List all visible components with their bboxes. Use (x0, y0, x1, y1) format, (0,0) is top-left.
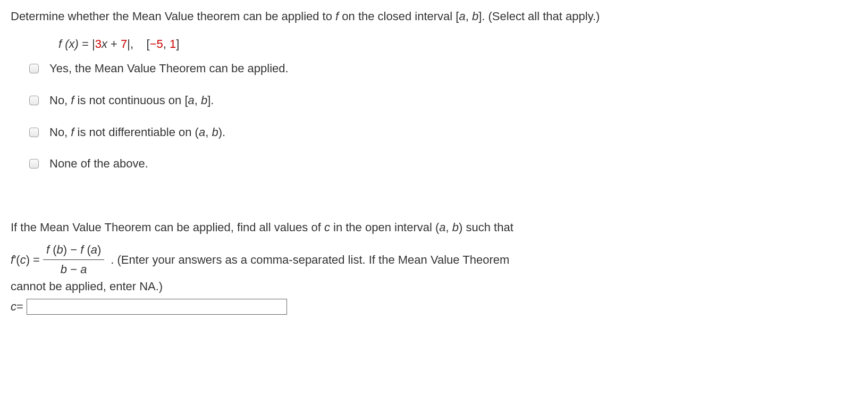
q2-comma: , (446, 221, 452, 234)
answer-label-c: c (11, 298, 16, 315)
fn-var-x: x (102, 37, 107, 51)
fn-equals: = | (82, 37, 95, 51)
fn-lhs: f (x) (58, 37, 82, 51)
num-b: b (57, 243, 63, 256)
checkbox-option-1[interactable] (29, 64, 39, 73)
opt3-var-a: a (199, 125, 205, 139)
opt3-var-b: b (212, 125, 218, 139)
prompt-var-a: a (459, 10, 465, 23)
formula-denominator: b − a (57, 260, 90, 278)
formula-trail-text: . (Enter your answers as a comma-separat… (111, 251, 509, 268)
formula-lhs-c: c (20, 251, 26, 268)
option-label-2: No, f is not continuous on [a, b]. (49, 92, 214, 109)
fn-interval-close: ] (176, 37, 179, 51)
option-label-4: None of the above. (49, 155, 148, 172)
formula-lhs-close: ) = (26, 251, 40, 268)
num-f2: f (80, 243, 87, 256)
fn-abs-close: |, (127, 37, 133, 51)
fn-interval-1: 1 (170, 37, 176, 51)
num-open1: ( (53, 243, 56, 256)
opt2-var-a: a (188, 94, 195, 107)
opt3-end: ). (218, 125, 225, 139)
num-open2: ( (87, 243, 90, 256)
formula-fraction: f (b) − f (a) b − a (43, 241, 104, 278)
fn-interval-neg5: −5 (150, 37, 163, 51)
den-b: b (61, 263, 67, 276)
options-group: Yes, the Mean Value Theorem can be appli… (29, 60, 857, 173)
formula-lhs-prime: '( (14, 251, 20, 268)
prompt-text-3: ]. (Select all that apply.) (478, 10, 600, 23)
fn-coef-3: 3 (95, 37, 102, 51)
q2-part3: ) such that (459, 221, 513, 234)
question-prompt: Determine whether the Mean Value theorem… (11, 8, 857, 25)
q2-var-b: b (452, 221, 459, 234)
num-minus: − (67, 243, 80, 256)
second-question-text: If the Mean Value Theorem can be applied… (11, 219, 857, 236)
option-row: Yes, the Mean Value Theorem can be appli… (29, 60, 857, 77)
q2-var-c: c (324, 221, 330, 234)
prompt-text-2: on the closed interval [ (339, 10, 459, 23)
option-row: No, f is not differentiable on (a, b). (29, 124, 857, 141)
opt3-comma: , (205, 125, 212, 139)
num-a: a (91, 243, 97, 256)
option-label-1: Yes, the Mean Value Theorem can be appli… (49, 60, 289, 77)
checkbox-option-3[interactable] (29, 128, 39, 137)
prompt-var-b: b (472, 10, 478, 23)
checkbox-option-4[interactable] (29, 159, 39, 169)
opt2-end: ]. (207, 94, 214, 107)
q2-var-a: a (439, 221, 445, 234)
answer-input-c[interactable] (27, 299, 287, 315)
fn-coef-7: 7 (121, 37, 127, 51)
den-a: a (80, 263, 87, 276)
num-f1: f (46, 243, 53, 256)
num-close1: ) (63, 243, 67, 256)
answer-label-eq: = (16, 298, 23, 315)
answer-line: c = (11, 298, 857, 315)
opt2-mid: is not continuous on [ (74, 94, 188, 107)
q2-part2: in the open interval ( (330, 221, 439, 234)
opt2-comma: , (195, 94, 201, 107)
prompt-comma: , (466, 10, 472, 23)
prompt-text-1: Determine whether the Mean Value theorem… (11, 10, 335, 23)
opt3-mid: is not differentiable on ( (74, 125, 198, 139)
option-row: No, f is not continuous on [a, b]. (29, 92, 857, 109)
option-row: None of the above. (29, 155, 857, 172)
function-definition: f (x) = |3x + 7|, [−5, 1] (58, 36, 857, 53)
formula-line: f '(c) = f (b) − f (a) b − a . (Enter yo… (11, 241, 857, 278)
fn-interval-comma: , (163, 37, 170, 51)
formula: f '(c) = f (b) − f (a) b − a (11, 241, 107, 278)
opt3-pre: No, (49, 125, 71, 139)
den-minus: − (67, 263, 80, 276)
fn-spacer (133, 37, 146, 51)
q2-part1: If the Mean Value Theorem can be applied… (11, 221, 324, 234)
formula-numerator: f (b) − f (a) (43, 241, 104, 260)
num-close2: ) (97, 243, 101, 256)
formula-line-2: cannot be applied, enter NA.) (11, 278, 857, 295)
fn-plus: + (107, 37, 121, 51)
opt2-pre: No, (49, 94, 71, 107)
checkbox-option-2[interactable] (29, 96, 39, 105)
option-label-3: No, f is not differentiable on (a, b). (49, 124, 225, 141)
opt2-var-b: b (201, 94, 207, 107)
